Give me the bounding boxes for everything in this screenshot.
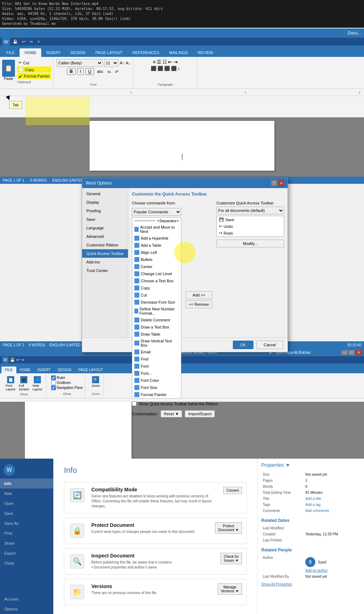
toolbar-item-save[interactable]: 💾 Save (217, 216, 284, 223)
tab-file[interactable]: FILE (1, 48, 20, 57)
dialog-close-btn[interactable]: ✕ (278, 180, 284, 186)
sidebar-item-advanced[interactable]: Advanced (82, 232, 128, 241)
cmd-decrease-font[interactable]: Decrease Font Size (132, 299, 181, 306)
sidebar-item-addins[interactable]: Add-Ins (82, 258, 128, 266)
cmd-font-size[interactable]: Font Size (132, 384, 181, 391)
save-quick-btn[interactable]: 💾 (11, 39, 19, 44)
redo-quick-btn[interactable]: ↪ (28, 39, 34, 44)
cmd-add-table[interactable]: Add a Table (132, 242, 181, 249)
cmd-draw-vertical[interactable]: Draw Vertical Text Box (132, 338, 181, 348)
tab-references[interactable]: REFERENCES (128, 48, 164, 57)
restore-btn[interactable]: □ (349, 350, 354, 355)
toolbar-item-redo[interactable]: ↪ Redo (217, 230, 284, 236)
multilevel-btn[interactable]: ☷ (162, 59, 167, 65)
close-btn[interactable]: ✕ (355, 350, 362, 355)
cmd-cut[interactable]: Cut (132, 292, 181, 299)
tab-design[interactable]: DESIGN (65, 48, 90, 57)
sidebar-item-language[interactable]: Language (82, 224, 128, 232)
sidebar-item-proofing[interactable]: Proofing (82, 207, 128, 215)
cancel-button[interactable]: Cancel (256, 341, 283, 349)
convert-button[interactable]: Convert (223, 487, 242, 494)
cmd-accept-move[interactable]: Accept and Move to Next (132, 224, 181, 235)
sidebar-item-quick-access[interactable]: Quick Access Toolbar (82, 249, 128, 258)
minimize-btn[interactable]: ─ (342, 350, 348, 355)
cmd-choose-textbox[interactable]: Choose a Text Box (132, 277, 181, 284)
sidebar-item-trust-center[interactable]: Trust Center (82, 266, 128, 275)
cmd-align-left[interactable]: Align Left (132, 249, 181, 256)
customize-dropdown[interactable]: For all documents (default) (216, 207, 284, 214)
protect-button[interactable]: ProtectDocument ▼ (215, 522, 242, 534)
nav-save[interactable]: Save (0, 508, 53, 518)
manage-versions-button[interactable]: ManageVersions ▼ (218, 583, 242, 595)
font-name-dropdown[interactable]: Calibri (Body) (57, 59, 103, 67)
underline-button[interactable]: U (85, 68, 94, 75)
increase-indent-btn[interactable]: ⇥ (173, 59, 178, 65)
comments-value[interactable]: Add comments (304, 508, 360, 514)
add-button[interactable]: Add >> (186, 291, 212, 299)
nav-account[interactable]: Account (0, 594, 53, 604)
cmd-define-number[interactable]: Define New Number Format... (132, 306, 181, 316)
grow-font-btn[interactable]: A↑ (120, 61, 124, 65)
bullets-btn[interactable]: ≡ (153, 59, 156, 65)
align-center-btn[interactable]: ⬛ (157, 66, 163, 71)
cmd-bullets[interactable]: Bullets (132, 256, 181, 263)
tab-home[interactable]: HOME (20, 48, 41, 57)
cmd-draw-textbox[interactable]: Draw a Text Box (132, 324, 181, 331)
commands-list[interactable]: <Separator> Accept and Move to Next Add … (132, 217, 181, 399)
copy-button[interactable]: 📄 Copy (17, 66, 51, 73)
tags-value[interactable]: Add a tag (304, 502, 360, 508)
bottom-tab-insert[interactable]: INSERT (34, 367, 54, 373)
full-screen-btn[interactable]: ⬛ FullScreen (17, 375, 31, 392)
bottom-tab-file[interactable]: FILE (1, 367, 16, 373)
numbering-btn[interactable]: ☰ (157, 59, 161, 65)
font-size-dropdown[interactable]: 11 (104, 59, 118, 67)
cmd-format-painter[interactable]: Format Painter (132, 391, 181, 398)
nav-new[interactable]: New (0, 488, 53, 498)
strikethrough-btn[interactable]: abc (96, 69, 105, 74)
import-export-button[interactable]: Import/Export (185, 410, 215, 417)
nav-print[interactable]: Print (0, 528, 53, 538)
nav-open[interactable]: Open (0, 498, 53, 508)
cut-button[interactable]: ✂ Cut (17, 60, 51, 66)
show-all-properties-link[interactable]: Show All Properties (261, 582, 360, 586)
remove-button[interactable]: << Remove (186, 300, 212, 308)
sidebar-item-customize-ribbon[interactable]: Customize Ribbon (82, 241, 128, 249)
bottom-tab-home[interactable]: HOME (16, 367, 34, 373)
print-layout-btn[interactable]: 📄 PrintLayout (4, 375, 17, 392)
align-right-btn[interactable]: ⬛ (164, 66, 170, 71)
tab-mailings[interactable]: MAILINGS (164, 48, 193, 57)
nav-pane-checkbox[interactable] (51, 385, 56, 390)
title-value[interactable]: Add a title (304, 496, 360, 502)
show-below-checkbox[interactable] (132, 401, 136, 406)
superscript-btn[interactable]: x² (114, 69, 120, 74)
nav-export[interactable]: Export (0, 548, 53, 558)
sidebar-item-general[interactable]: General (82, 189, 128, 198)
ok-button[interactable]: OK (233, 341, 253, 349)
decrease-indent-btn[interactable]: ⇤ (168, 59, 172, 65)
cmd-draw-table[interactable]: Draw Table (132, 331, 181, 338)
cmd-find[interactable]: Find (132, 356, 181, 363)
check-issues-button[interactable]: Check forIssues ▼ (220, 553, 242, 564)
cmd-font-dialog[interactable]: Font... (132, 370, 181, 377)
nav-info[interactable]: Info (0, 479, 53, 488)
cmd-email[interactable]: Email (132, 348, 181, 356)
align-left-btn[interactable]: ⬛ (151, 66, 156, 71)
shrink-font-btn[interactable]: A↓ (126, 61, 130, 65)
cmd-font[interactable]: Font (132, 363, 181, 370)
toolbar-items-list[interactable]: 💾 Save ↩ Undo ↪ Redo (217, 216, 284, 236)
bottom-tab-design[interactable]: DESIGN (54, 367, 75, 373)
justify-btn[interactable]: ⬛ (171, 66, 177, 71)
cmd-center[interactable]: Center (132, 263, 181, 270)
cmd-separator[interactable]: <Separator> (132, 218, 181, 224)
customize-toolbar-icon[interactable]: ▼ (37, 40, 41, 44)
choose-from-dropdown[interactable]: Popular Commands (132, 208, 181, 216)
nav-close[interactable]: Close (0, 558, 53, 568)
undo-quick-bottom[interactable]: ↩ (16, 358, 20, 362)
zoom-btn[interactable]: 🔍 Zoom (90, 375, 101, 388)
cmd-delete-comment[interactable]: Delete Comment (132, 316, 181, 324)
cmd-font-color[interactable]: Font Color (132, 377, 181, 384)
cmd-add-hyperlink[interactable]: Add a Hyperlink (132, 235, 181, 242)
gridlines-checkbox[interactable] (51, 380, 56, 385)
nav-save-as[interactable]: Save As (0, 518, 53, 528)
tab-insert[interactable]: INSERT (41, 48, 65, 57)
